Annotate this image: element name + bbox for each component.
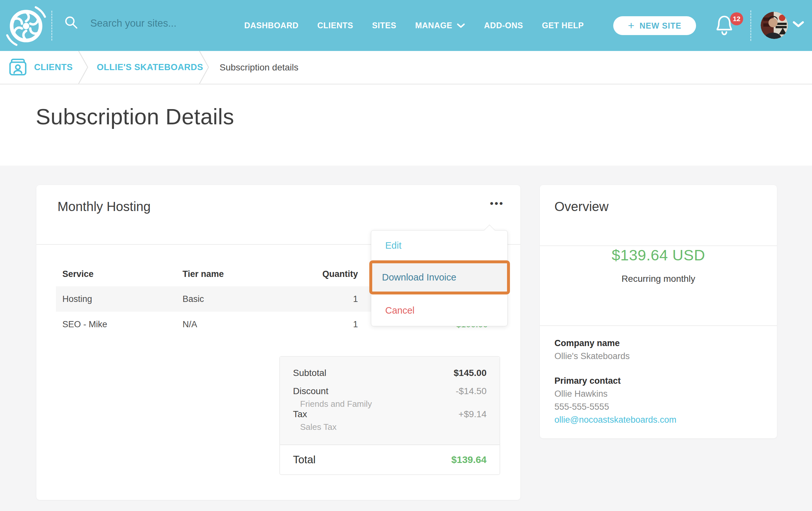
nav-clients[interactable]: CLIENTS [317,21,353,30]
col-quantity: Quantity [287,269,358,279]
page-title: Subscription Details [36,104,234,129]
divider [540,325,777,326]
subtotal-label: Subtotal [293,368,326,378]
tax-label: Tax [293,409,307,419]
topbar-divider [750,10,751,41]
total-value: $139.64 [452,454,487,465]
plus-icon: + [628,20,634,31]
discount-row: Discount -$14.50 [293,386,487,396]
nav-add-ons[interactable]: ADD-ONS [484,21,523,30]
primary-contact-phone: 555-555-5555 [554,401,676,413]
chevron-down-icon [792,21,804,28]
primary-contact-email-link[interactable]: ollie@nocoastskateboards.com [554,414,676,426]
subscription-details-page: DASHBOARD CLIENTS SITES MANAGE ADD-ONS G… [0,0,812,511]
cell-quantity: 1 [287,294,358,304]
cell-tier: Basic [182,294,287,304]
primary-contact-label: Primary contact [554,374,676,387]
title-strip: Subscription Details [0,84,812,166]
search-input[interactable] [90,14,259,32]
company-name-label: Company name [554,337,676,349]
tax-row: Tax +$9.14 [293,409,487,419]
nav-get-help[interactable]: GET HELP [542,21,584,30]
discount-label: Discount [293,386,328,396]
breadcrumb-clients-link[interactable]: CLIENTS [34,51,73,84]
discount-note: Friends and Family [300,399,487,409]
topbar-divider [51,11,52,40]
cell-service: SEO - Mike [62,320,182,330]
cell-tier: N/A [182,320,287,330]
account-menu-caret[interactable] [792,21,804,29]
nav-sites[interactable]: SITES [372,21,396,30]
col-tier: Tier name [182,269,287,279]
breadcrumb-separator [78,51,89,85]
clients-badge-icon [8,58,27,78]
subscription-amount: $139.64 USD [540,246,777,264]
subscription-amount-block: $139.64 USD Recurring monthly [540,246,777,284]
totals-breakdown: Subtotal $145.00 Discount -$14.50 Friend… [280,357,499,445]
breadcrumb: CLIENTS OLLIE'S SKATEBOARDS Subscription… [0,51,812,84]
overview-card-title: Overview [554,199,609,214]
company-name-value: Ollie's Skateboards [554,350,676,362]
notifications-button[interactable]: 12 [715,13,745,41]
top-navigation-bar: DASHBOARD CLIENTS SITES MANAGE ADD-ONS G… [0,0,812,51]
menu-item-edit[interactable]: Edit [371,231,508,260]
recurrence-label: Recurring monthly [540,274,777,284]
overview-card: Overview $139.64 USD Recurring monthly C… [540,185,777,438]
primary-nav: DASHBOARD CLIENTS SITES MANAGE ADD-ONS G… [244,0,584,51]
card-actions-menu-button[interactable]: ••• [490,198,504,209]
new-site-button[interactable]: + NEW SITE [613,16,696,35]
total-row: Total $139.64 [280,445,499,474]
user-avatar[interactable] [761,12,788,39]
breadcrumb-separator [199,51,210,85]
discount-value: -$14.50 [456,386,487,396]
chevron-down-icon [457,23,465,28]
nav-manage-label: MANAGE [415,21,452,30]
subtotal-value: $145.00 [454,368,487,378]
totals-box: Subtotal $145.00 Discount -$14.50 Friend… [279,356,500,475]
primary-contact-name: Ollie Hawkins [554,388,676,400]
cell-service: Hosting [62,294,182,304]
search-icon [64,16,79,31]
main-content: Monthly Hosting ••• Service Tier name Qu… [0,166,812,511]
pinwheel-logo-icon [5,4,49,48]
breadcrumb-client-name-link[interactable]: OLLIE'S SKATEBOARDS [97,51,203,84]
client-info-block: Company name Ollie's Skateboards Primary… [554,337,676,426]
breadcrumb-current-page: Subscription details [220,51,298,84]
new-site-label: NEW SITE [640,21,682,31]
menu-item-download-invoice[interactable]: Download Invoice [369,260,510,295]
nav-manage[interactable]: MANAGE [415,21,465,30]
card-actions-context-menu: Edit Download Invoice Cancel [371,230,508,326]
total-label: Total [293,454,316,466]
avatar-photo [761,12,788,39]
subscription-card-title: Monthly Hosting [57,199,151,214]
notification-count-badge: 12 [730,12,743,25]
tax-value: +$9.14 [459,409,487,419]
subtotal-row: Subtotal $145.00 [293,368,487,378]
menu-item-cancel[interactable]: Cancel [371,295,508,327]
col-service: Service [62,269,182,279]
app-logo[interactable] [5,4,49,48]
cell-quantity: 1 [287,320,358,330]
nav-dashboard[interactable]: DASHBOARD [244,21,298,30]
tax-note: Sales Tax [300,422,487,432]
